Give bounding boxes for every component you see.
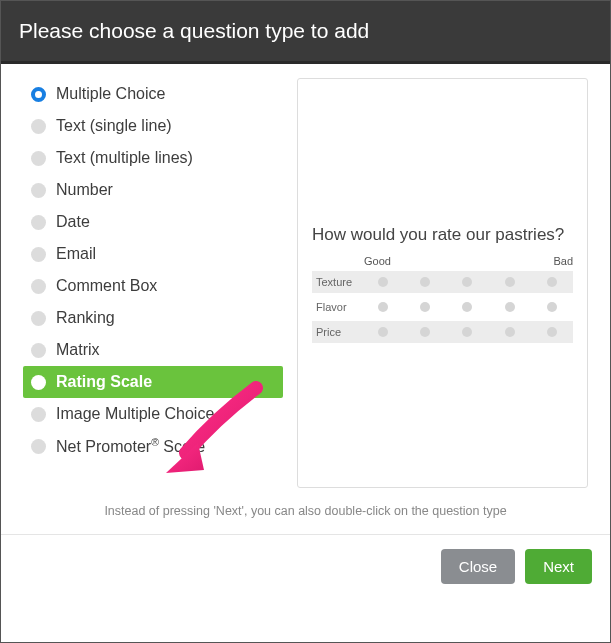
type-rating-scale[interactable]: Rating Scale <box>23 366 283 398</box>
rating-dot <box>420 302 430 312</box>
type-label: Image Multiple Choice <box>56 405 214 423</box>
type-number[interactable]: Number <box>23 174 283 206</box>
radio-icon <box>31 215 46 230</box>
type-label: Net Promoter® Score <box>56 437 205 456</box>
scale-header: Good Bad <box>312 255 573 271</box>
next-button[interactable]: Next <box>525 549 592 584</box>
type-label: Matrix <box>56 341 100 359</box>
radio-icon <box>31 407 46 422</box>
preview-grid: Good Bad Texture Flavor <box>312 255 573 346</box>
type-label: Text (multiple lines) <box>56 149 193 167</box>
preview-pane: How would you rate our pastries? Good Ba… <box>297 78 588 488</box>
type-date[interactable]: Date <box>23 206 283 238</box>
type-multiple-choice[interactable]: Multiple Choice <box>23 78 283 110</box>
preview-spacer <box>312 93 573 225</box>
type-comment-box[interactable]: Comment Box <box>23 270 283 302</box>
rating-dot <box>420 277 430 287</box>
rating-dot <box>462 302 472 312</box>
radio-icon <box>31 311 46 326</box>
preview-row: Texture <box>312 271 573 293</box>
rating-dot <box>420 327 430 337</box>
row-dots <box>362 302 573 312</box>
radio-icon <box>31 151 46 166</box>
rating-dot <box>378 302 388 312</box>
preview-question-text: How would you rate our pastries? <box>312 225 573 245</box>
type-nps[interactable]: Net Promoter® Score <box>23 430 283 463</box>
type-label: Email <box>56 245 96 263</box>
type-email[interactable]: Email <box>23 238 283 270</box>
preview-row: Price <box>312 321 573 343</box>
modal-body: Multiple Choice Text (single line) Text … <box>1 64 610 642</box>
row-label: Texture <box>312 276 362 288</box>
radio-icon <box>31 439 46 454</box>
type-matrix[interactable]: Matrix <box>23 334 283 366</box>
modal-footer: Close Next <box>1 534 610 598</box>
type-text-single[interactable]: Text (single line) <box>23 110 283 142</box>
type-label: Text (single line) <box>56 117 172 135</box>
add-question-modal: Please choose a question type to add Mul… <box>0 0 611 643</box>
radio-icon <box>31 343 46 358</box>
radio-icon <box>31 247 46 262</box>
row-label: Flavor <box>312 301 362 313</box>
rating-dot <box>547 302 557 312</box>
rating-dot <box>462 327 472 337</box>
radio-icon <box>31 87 46 102</box>
row-dots <box>362 327 573 337</box>
rating-dot <box>505 302 515 312</box>
radio-icon <box>31 183 46 198</box>
type-text-multiple[interactable]: Text (multiple lines) <box>23 142 283 174</box>
scale-right-label: Bad <box>553 255 573 267</box>
hint-text: Instead of pressing 'Next', you can also… <box>1 494 610 534</box>
radio-icon <box>31 119 46 134</box>
radio-icon <box>31 279 46 294</box>
type-ranking[interactable]: Ranking <box>23 302 283 334</box>
preview-row: Flavor <box>312 296 573 318</box>
radio-icon <box>31 375 46 390</box>
type-label: Rating Scale <box>56 373 152 391</box>
row-dots <box>362 277 573 287</box>
rating-dot <box>378 327 388 337</box>
type-label: Ranking <box>56 309 115 327</box>
row-label: Price <box>312 326 362 338</box>
modal-title: Please choose a question type to add <box>1 1 610 64</box>
content-row: Multiple Choice Text (single line) Text … <box>1 64 610 494</box>
rating-dot <box>547 277 557 287</box>
rating-dot <box>378 277 388 287</box>
rating-dot <box>505 327 515 337</box>
question-type-list: Multiple Choice Text (single line) Text … <box>23 78 283 488</box>
type-label: Date <box>56 213 90 231</box>
type-label: Multiple Choice <box>56 85 165 103</box>
scale-left-label: Good <box>364 255 391 267</box>
type-label: Comment Box <box>56 277 157 295</box>
type-label: Number <box>56 181 113 199</box>
close-button[interactable]: Close <box>441 549 515 584</box>
rating-dot <box>462 277 472 287</box>
type-image-mc[interactable]: Image Multiple Choice <box>23 398 283 430</box>
rating-dot <box>505 277 515 287</box>
rating-dot <box>547 327 557 337</box>
